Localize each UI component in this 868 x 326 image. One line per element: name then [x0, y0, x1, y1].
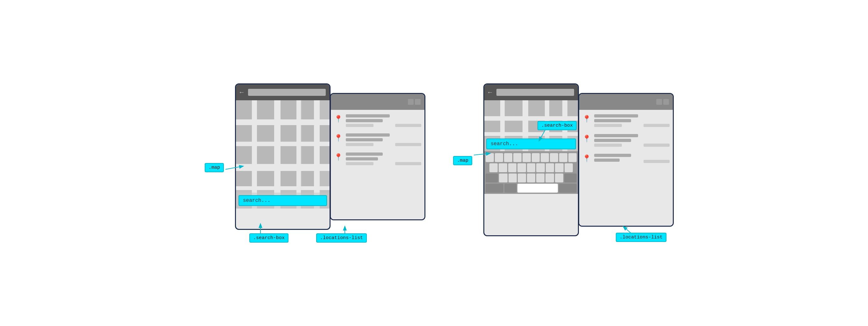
kb-key[interactable]	[486, 153, 494, 162]
svg-rect-13	[281, 125, 297, 142]
svg-rect-28	[320, 125, 330, 142]
list-tag-2	[395, 143, 421, 146]
map-label-2: .map	[453, 156, 472, 165]
svg-rect-40	[505, 100, 523, 116]
list-tag-1	[395, 124, 421, 127]
phones-row-2: ←	[483, 84, 674, 236]
list-bar-2b	[346, 138, 383, 141]
list-text-6	[594, 154, 640, 162]
kb-key[interactable]	[546, 173, 554, 183]
kb-delete-key[interactable]	[564, 173, 577, 183]
kb-shift-key[interactable]	[486, 173, 498, 183]
svg-rect-21	[281, 171, 297, 186]
kb-emoji-key[interactable]	[504, 184, 517, 193]
diagram-1: ←	[198, 74, 396, 252]
kb-key[interactable]	[532, 153, 540, 162]
keyboard-area-2	[484, 151, 578, 194]
header-icons-1	[408, 99, 421, 105]
kb-key[interactable]	[564, 163, 573, 172]
kb-key[interactable]	[504, 153, 512, 162]
back-arrow-2: ←	[488, 89, 492, 96]
search-input-1[interactable]	[239, 195, 327, 206]
phones-row-1: ←	[235, 84, 425, 230]
pin-icon-6: 📍	[582, 154, 591, 163]
kb-key[interactable]	[508, 163, 517, 172]
search-input-2[interactable]	[486, 138, 576, 149]
kb-spacebar[interactable]	[518, 184, 558, 193]
list-item-5: 📍	[582, 134, 670, 147]
pin-icon-2: 📍	[334, 134, 343, 143]
kb-key[interactable]	[523, 153, 531, 162]
kb-key[interactable]	[499, 173, 507, 183]
svg-rect-43	[484, 100, 500, 116]
list-text-2	[346, 133, 392, 146]
list-bar-3c	[346, 162, 373, 165]
kb-key[interactable]	[555, 163, 563, 172]
svg-rect-22	[302, 171, 314, 186]
kb-row-3	[486, 173, 577, 183]
svg-rect-12	[257, 125, 274, 142]
back-arrow-1: ←	[240, 89, 244, 96]
pin-icon-4: 📍	[582, 115, 591, 124]
locations-list-label-1: .locations-list	[316, 233, 367, 242]
kb-row-2	[486, 163, 577, 172]
kb-key[interactable]	[536, 163, 545, 172]
kb-return-key[interactable]	[559, 184, 577, 193]
left-phone-1: ←	[235, 84, 331, 230]
svg-rect-11	[314, 100, 320, 208]
header-icon-2	[415, 99, 421, 105]
svg-rect-24	[257, 100, 274, 119]
header-icon-4	[663, 99, 669, 105]
list-bar-4a	[594, 114, 638, 118]
list-bar-5c	[594, 143, 622, 147]
kb-key[interactable]	[559, 153, 567, 162]
svg-rect-27	[236, 100, 252, 119]
map-svg-1	[236, 100, 330, 208]
header-icon-3	[656, 99, 662, 105]
list-item-3: 📍	[334, 153, 421, 165]
kb-row-1	[486, 153, 577, 162]
pin-icon-1: 📍	[334, 115, 343, 124]
list-item-4: 📍	[582, 114, 670, 127]
pin-icon-3: 📍	[334, 153, 343, 162]
kb-key[interactable]	[527, 163, 535, 172]
kb-key[interactable]	[495, 153, 503, 162]
list-tag-5	[644, 143, 670, 147]
kb-key[interactable]	[546, 163, 554, 172]
kb-numbers-key[interactable]	[486, 184, 503, 193]
list-tag-6	[644, 160, 670, 163]
list-bar-1b	[346, 119, 383, 122]
kb-key[interactable]	[499, 163, 507, 172]
kb-key[interactable]	[489, 163, 498, 172]
list-bar-4b	[594, 119, 631, 122]
kb-key[interactable]	[518, 173, 526, 183]
kb-key[interactable]	[568, 153, 577, 162]
phone-header-1: ←	[236, 85, 330, 100]
kb-key[interactable]	[513, 153, 522, 162]
kb-key[interactable]	[508, 173, 517, 183]
kb-key[interactable]	[518, 163, 526, 172]
svg-rect-29	[320, 146, 330, 164]
kb-key[interactable]	[536, 173, 545, 183]
list-bar-6b	[594, 159, 620, 162]
svg-rect-8	[252, 100, 257, 208]
kb-key[interactable]	[541, 153, 549, 162]
search-box-label-1: .search-box	[249, 233, 288, 242]
list-bar-1a	[346, 114, 390, 118]
kb-key[interactable]	[550, 153, 558, 162]
right-phone-1: 📍 📍	[330, 93, 425, 220]
header-icons-2	[656, 99, 669, 105]
svg-rect-19	[236, 146, 252, 164]
locations-list-label-2: .locations-list	[616, 233, 666, 242]
locations-list-1: 📍 📍	[331, 110, 425, 220]
svg-rect-41	[528, 100, 545, 116]
list-bar-2c	[346, 143, 373, 146]
svg-rect-26	[302, 100, 314, 119]
kb-key[interactable]	[555, 173, 563, 183]
list-text-1	[346, 114, 392, 127]
left-phone-2: ←	[483, 84, 579, 236]
kb-key[interactable]	[527, 173, 535, 183]
main-container: ←	[186, 61, 682, 265]
svg-rect-42	[549, 100, 562, 116]
list-bar-3b	[346, 157, 378, 160]
